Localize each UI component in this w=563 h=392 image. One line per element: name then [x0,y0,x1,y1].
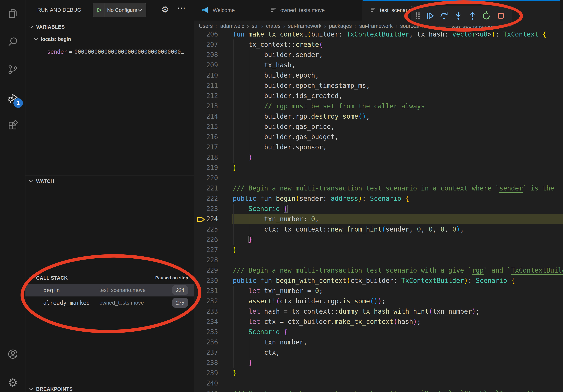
line-number[interactable]: 235 [194,327,218,337]
code-line-234[interactable]: 234 let ctx = ctx_builder.make_tx_contex… [194,317,563,327]
code-line-217[interactable]: 217 builder.sponsor, [194,142,563,152]
variables-scope-row[interactable]: locals: begin [26,34,194,44]
line-number[interactable]: 236 [194,337,218,347]
line-number[interactable]: 211 [194,80,218,91]
breadcrumb-item[interactable]: sui [252,23,259,29]
debug-continue-button[interactable] [423,8,437,25]
line-number[interactable]: 223 [194,204,218,214]
breadcrumb-item[interactable]: Users [199,23,213,29]
tab-Welcome[interactable]: Welcome [194,0,263,21]
code-line-216[interactable]: 216 builder.gas_budget, [194,132,563,142]
code-line-213[interactable]: 213 // rgp must be set from the caller a… [194,101,563,111]
activitybar-item-account[interactable] [0,340,26,368]
line-number[interactable]: 210 [194,70,218,80]
line-number[interactable]: 233 [194,306,218,317]
tab-owned_tests.move[interactable]: owned_tests.move [263,0,363,21]
debug-step-out-button[interactable] [465,8,480,25]
breadcrumb-item[interactable]: crates [266,23,281,29]
line-number[interactable]: 226 [194,235,218,245]
watch-section-header[interactable]: WATCH [26,176,194,187]
call-stack-frame[interactable]: already_marked owned_tests.move 275 [26,297,194,309]
line-number[interactable]: 229 [194,265,218,275]
breadcrumb-item[interactable]: packages [329,23,352,29]
activitybar-item-settings[interactable]: ⚙ [0,369,26,392]
code-line-211[interactable]: 211 builder.epoch_timestamp_ms, [194,80,563,91]
code-line-228[interactable]: 228 [194,255,563,265]
code-line-240[interactable]: 240 [194,378,563,389]
code-line-221[interactable]: 221/// Begin a new multi-transaction tes… [194,183,563,194]
code-line-237[interactable]: 237 ctx, [194,347,563,358]
code-line-206[interactable]: 206fun make_tx_context(builder: TxContex… [194,32,563,39]
line-number[interactable]: 220 [194,173,218,183]
code-line-235[interactable]: 235 Scenario { [194,327,563,337]
line-number[interactable]: 207 [194,39,218,50]
start-debug-icon[interactable] [93,3,105,17]
line-number[interactable]: 228 [194,255,218,265]
code-line-214[interactable]: 214 builder.rgp.destroy_some(), [194,111,563,122]
code-line-218[interactable]: 218 ) [194,152,563,163]
line-number[interactable]: 240 [194,378,218,389]
code-line-231[interactable]: 231 let txn_number = 0; [194,286,563,296]
code-line-208[interactable]: 208 builder.sender, [194,50,563,60]
code-line-239[interactable]: 239} [194,368,563,378]
breadcrumb-item[interactable]: sui-framework [288,23,321,29]
code-line-210[interactable]: 210 builder.epoch, [194,70,563,80]
activitybar-item-run-and-debug[interactable]: 1 [0,84,26,112]
code-line-230[interactable]: 230public fun begin_with_context(ctx_bui… [194,275,563,286]
debug-restart-button[interactable] [480,8,494,25]
line-number[interactable]: 216 [194,132,218,142]
line-number[interactable]: 234 [194,317,218,327]
code-line-212[interactable]: 212 builder.ids_created, [194,91,563,101]
line-number[interactable]: 222 [194,194,218,204]
line-number[interactable]: 232 [194,296,218,306]
line-number[interactable]: 218 [194,152,218,163]
code-line-238[interactable]: 238 } [194,358,563,368]
variable-row[interactable]: sender = 0000000000000000000000000000000… [26,47,194,57]
code-line-229[interactable]: 229/// Begin a new multi-transaction tes… [194,265,563,275]
code-line-223[interactable]: 223 Scenario { [194,204,563,214]
debug-settings-gear-icon[interactable]: ⚙ [161,4,169,14]
line-number[interactable]: 213 [194,101,218,111]
line-number[interactable]: 212 [194,91,218,101]
debug-drag-handle-button[interactable] [413,8,423,25]
line-number[interactable]: 241 [194,389,218,392]
line-number[interactable]: 206 [194,32,218,39]
activitybar-item-extensions[interactable] [0,112,26,140]
line-number[interactable]: 237 [194,347,218,358]
code-line-222[interactable]: 222public fun begin(sender: address): Sc… [194,194,563,204]
activitybar-item-explorer[interactable] [0,0,26,28]
activitybar-item-source-control[interactable] [0,56,26,84]
line-number[interactable]: 208 [194,50,218,60]
line-number[interactable]: 215 [194,122,218,132]
code-line-220[interactable]: 220 [194,173,563,183]
breadcrumb-item[interactable]: sui-framework [359,23,393,29]
breadcrumb-item[interactable]: adamwelc [220,23,244,29]
code-line-226[interactable]: 226 } [194,235,563,245]
line-number[interactable]: 219 [194,163,218,173]
line-number[interactable]: 214 [194,111,218,122]
more-actions-icon[interactable]: ⋯ [177,3,186,13]
debug-stop-button[interactable] [494,8,508,25]
code-line-209[interactable]: 209 tx_hash, [194,60,563,70]
code-line-236[interactable]: 236 txn_number, [194,337,563,347]
line-number[interactable]: 238 [194,358,218,368]
debug-step-over-button[interactable] [437,8,451,25]
code-line-232[interactable]: 232 assert!(ctx_builder.rgp.is_some()); [194,296,563,306]
code-line-233[interactable]: 233 let hash = tx_context::dummy_tx_hash… [194,306,563,317]
line-number[interactable]: 231 [194,286,218,296]
debug-configuration-dropdown[interactable]: No Configura [93,3,146,17]
line-number[interactable]: 221 [194,183,218,194]
line-number[interactable]: 227 [194,245,218,255]
debug-step-into-button[interactable] [451,8,465,25]
activitybar-item-search[interactable] [0,28,26,56]
variables-section-header[interactable]: VARIABLES [26,21,194,32]
line-number[interactable]: 209 [194,60,218,70]
breakpoints-section-header[interactable]: BREAKPOINTS [26,383,194,392]
line-number[interactable]: 230 [194,275,218,286]
line-number[interactable]: 217 [194,142,218,152]
code-line-207[interactable]: 207 tx_context::create( [194,39,563,50]
call-stack-section-header[interactable]: CALL STACK Paused on step [26,272,194,283]
call-stack-frame[interactable]: begin test_scenario.move 224 [26,284,194,297]
line-number[interactable]: 239 [194,368,218,378]
code-line-227[interactable]: 227} [194,245,563,255]
